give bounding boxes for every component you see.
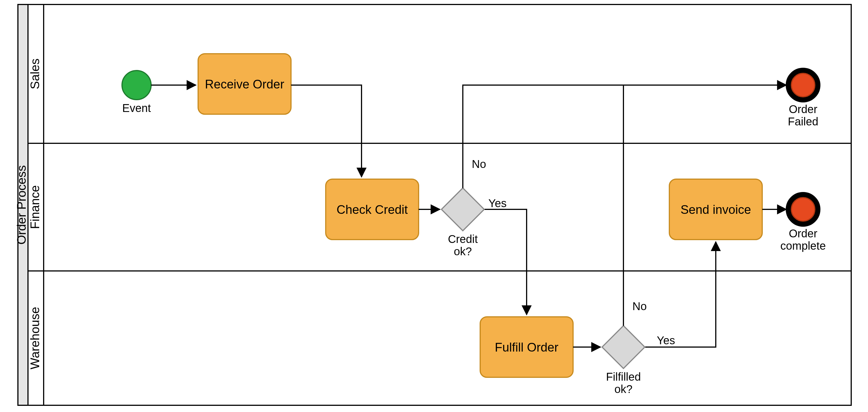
- flow-fulfilled-yes: [645, 242, 716, 347]
- lane-label-warehouse: Warehouse: [28, 307, 42, 369]
- end-event-order-complete: [788, 195, 818, 224]
- task-send-invoice-label: Send invoice: [681, 203, 751, 216]
- gateway-fulfilled-ok: [602, 326, 645, 369]
- svg-point-3: [791, 73, 815, 97]
- end-event-order-complete-label1: Order: [789, 227, 817, 240]
- edge-label-fulfilled-yes: Yes: [657, 334, 675, 347]
- edge-label-fulfilled-no: No: [632, 300, 647, 312]
- end-event-order-failed: [788, 70, 818, 100]
- gateway-credit-ok: [441, 188, 484, 231]
- flow-credit-no: [463, 85, 786, 188]
- lane-label-sales: Sales: [28, 59, 42, 89]
- pool-title: Order Process: [14, 165, 28, 245]
- svg-rect-0: [441, 188, 484, 231]
- flow-receive-to-checkcredit: [291, 85, 362, 177]
- end-event-order-complete-label2: complete: [780, 240, 826, 252]
- end-event-order-failed-label1: Order: [789, 103, 817, 115]
- gateway-credit-ok-label2: ok?: [454, 245, 472, 258]
- gateway-fulfilled-ok-label1: Filfilled: [606, 371, 641, 383]
- edge-label-credit-yes: Yes: [488, 197, 506, 209]
- bpmn-diagram: Order Process Sales Finance Warehouse Ev…: [0, 0, 868, 412]
- gateway-credit-ok-label1: Credit: [448, 233, 478, 245]
- edge-label-credit-no: No: [472, 158, 486, 170]
- task-fulfill-order-label: Fulfill Order: [495, 340, 558, 354]
- svg-point-5: [791, 198, 815, 221]
- lane-warehouse: [44, 271, 851, 405]
- start-event: [122, 70, 151, 100]
- task-receive-order-label: Receive Order: [205, 77, 284, 91]
- gateway-fulfilled-ok-label2: ok?: [615, 383, 633, 395]
- start-event-label: Event: [122, 102, 151, 114]
- end-event-order-failed-label2: Failed: [788, 115, 818, 128]
- flow-credit-yes: [485, 209, 527, 315]
- lane-label-finance: Finance: [28, 185, 42, 229]
- svg-rect-1: [602, 326, 645, 369]
- lane-sales: [44, 4, 851, 143]
- task-check-credit-label: Check Credit: [337, 203, 408, 216]
